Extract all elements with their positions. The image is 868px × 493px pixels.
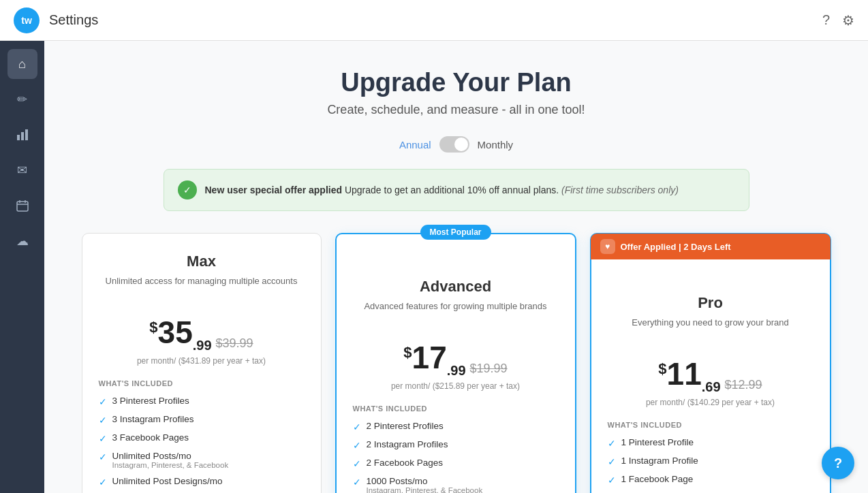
feature-pro-2: ✓ 1 Instagram Profile [608, 456, 813, 467]
heart-icon: ♥ [600, 239, 615, 254]
feature-max-5: ✓ Unlimited Post Designs/mo [99, 476, 305, 488]
price-period-max: per month/ ($431.89 per year + tax) [99, 356, 305, 366]
offer-italic: (First time subscribers only) [561, 185, 679, 195]
feature-max-4: ✓ Unlimited Posts/mo Instagram, Pinteres… [99, 451, 305, 469]
offer-text: New user special offer applied Upgrade t… [205, 185, 679, 195]
feature-text: 3 Facebook Pages [112, 432, 189, 443]
check-icon: ✓ [353, 422, 361, 432]
price-original-advanced: $19.99 [470, 362, 508, 376]
top-nav-icons: ? ⚙ [822, 12, 854, 29]
feature-max-1: ✓ 3 Pinterest Profiles [99, 396, 305, 407]
sidebar-item-analytics[interactable] [7, 120, 37, 150]
feature-advanced-3: ✓ 2 Facebook Pages [353, 458, 559, 469]
plan-name-max: Max [99, 253, 305, 270]
top-nav: tw Settings ? ⚙ [0, 0, 868, 41]
feature-sub: Instagram, Pinterest, & Facebook [367, 486, 483, 493]
check-icon: ✓ [353, 477, 361, 488]
price-period-pro: per month/ ($140.29 per year + tax) [608, 398, 813, 407]
included-label-max: WHAT'S INCLUDED [99, 379, 305, 387]
feature-max-2: ✓ 3 Instagram Profiles [99, 414, 305, 426]
offer-main-text: Upgrade to get an additional 10% off ann… [345, 185, 559, 195]
feature-text: 2 Facebook Pages [367, 458, 444, 468]
page-header: Upgrade Your Plan Create, schedule, and … [65, 68, 848, 117]
billing-toggle-switch[interactable] [439, 136, 469, 153]
settings-icon[interactable]: ⚙ [842, 12, 854, 29]
svg-rect-0 [17, 135, 20, 140]
app-logo: tw [14, 7, 40, 33]
price-display-max: $35.99 [149, 314, 211, 353]
check-icon: ✓ [353, 440, 361, 451]
sidebar-item-home[interactable]: ⌂ [7, 49, 37, 79]
feature-text: 3 Instagram Profiles [112, 414, 194, 424]
plan-desc-advanced: Advanced features for growing multiple b… [353, 301, 559, 325]
offer-banner: ✓ New user special offer applied Upgrade… [164, 169, 749, 211]
feature-advanced-2: ✓ 2 Instagram Profiles [353, 439, 559, 451]
included-label-pro: WHAT'S INCLUDED [608, 421, 813, 429]
most-popular-badge: Most Popular [420, 225, 491, 240]
price-display-advanced: $17.99 [403, 339, 465, 379]
feature-text: 3 Pinterest Profiles [112, 396, 189, 406]
included-label-advanced: WHAT'S INCLUDED [353, 404, 559, 413]
plans-grid: Max Unlimited access for managing multip… [82, 233, 831, 493]
sidebar-item-compose[interactable]: ✏ [7, 84, 37, 114]
feature-pro-3: ✓ 1 Facebook Page [608, 474, 813, 486]
svg-rect-2 [25, 129, 28, 140]
sidebar-item-calendar[interactable] [7, 191, 37, 221]
check-icon: ✓ [99, 477, 107, 488]
feature-text: 2 Instagram Profiles [367, 439, 448, 449]
check-icon: ✓ [608, 456, 616, 467]
feature-text: Unlimited Post Designs/mo [112, 476, 223, 486]
layout: ⌂ ✏ ✉ ☁ Upgrade Your Plan Create, schedu… [0, 41, 868, 493]
check-icon: ✓ [99, 396, 107, 407]
upgrade-title: Upgrade Your Plan [65, 68, 848, 97]
help-fab[interactable]: ? [822, 447, 854, 479]
feature-text: 2 Pinterest Profiles [367, 421, 444, 431]
plan-card-advanced: Most Popular Advanced Advanced features … [335, 233, 576, 493]
plan-price-pro: $11.69 $12.99 [608, 355, 813, 395]
feature-pro-1: ✓ 1 Pinterest Profile [608, 437, 813, 449]
monthly-label: Monthly [478, 139, 514, 150]
sidebar-item-inbox[interactable]: ✉ [7, 155, 37, 185]
offer-bold: New user special offer applied [205, 185, 343, 195]
help-icon[interactable]: ? [822, 12, 830, 29]
feature-advanced-4: ✓ 1000 Posts/mo Instagram, Pinterest, & … [353, 476, 559, 493]
upgrade-subtitle: Create, schedule, and measure - all in o… [65, 103, 848, 117]
check-icon: ✓ [608, 438, 616, 449]
price-original-max: $39.99 [216, 336, 253, 351]
plan-card-pro: ♥ Offer Applied | 2 Days Left Pro Everyt… [590, 233, 831, 493]
check-icon: ✓ [99, 415, 107, 426]
plan-desc-max: Unlimited access for managing multiple a… [99, 276, 305, 300]
feature-text: 1 Instagram Profile [621, 456, 698, 466]
sidebar-item-cloud[interactable]: ☁ [7, 226, 37, 256]
feature-text: 1 Facebook Page [621, 474, 694, 484]
plan-card-max: Max Unlimited access for managing multip… [82, 233, 322, 493]
check-icon: ✓ [608, 475, 616, 486]
plan-name-pro: Pro [608, 294, 813, 312]
price-period-advanced: per month/ ($215.89 per year + tax) [353, 381, 559, 391]
feature-text: 1 Pinterest Profile [621, 437, 694, 447]
billing-toggle: Annual Monthly [65, 136, 848, 153]
page-title: Settings [49, 12, 822, 28]
check-icon: ✓ [99, 451, 107, 462]
feature-max-3: ✓ 3 Facebook Pages [99, 432, 305, 444]
check-icon: ✓ [99, 433, 107, 444]
main-content: Upgrade Your Plan Create, schedule, and … [44, 41, 868, 493]
plan-price-max: $35.99 $39.99 [99, 314, 305, 353]
price-original-pro: $12.99 [725, 378, 762, 392]
feature-text: Unlimited Posts/mo [112, 451, 229, 461]
svg-rect-1 [21, 132, 24, 140]
check-icon: ✓ [353, 458, 361, 469]
offer-check-icon: ✓ [178, 180, 197, 200]
offer-applied-badge: ♥ Offer Applied | 2 Days Left [591, 234, 831, 259]
annual-label: Annual [399, 139, 431, 150]
plan-price-advanced: $17.99 $19.99 [353, 339, 559, 379]
feature-advanced-1: ✓ 2 Pinterest Profiles [353, 421, 559, 432]
feature-sub: Instagram, Pinterest, & Facebook [112, 461, 229, 469]
feature-text: 1000 Posts/mo [367, 476, 483, 486]
price-display-pro: $11.69 [658, 355, 720, 395]
sidebar: ⌂ ✏ ✉ ☁ [0, 41, 44, 493]
plan-name-advanced: Advanced [353, 278, 559, 296]
svg-rect-3 [17, 202, 28, 211]
plan-desc-pro: Everything you need to grow your brand [608, 317, 813, 342]
